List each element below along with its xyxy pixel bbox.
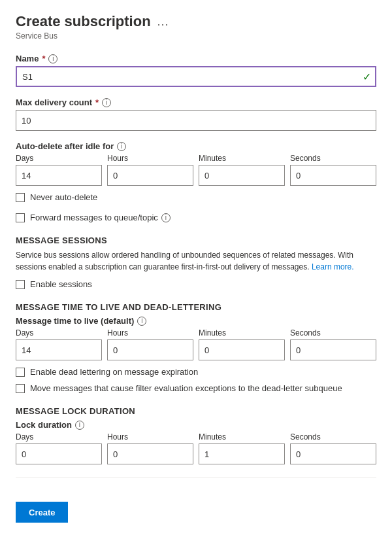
ttl-days-col: Days	[16, 328, 102, 360]
message-ttl-section: MESSAGE TIME TO LIVE AND DEAD-LETTERING …	[16, 302, 376, 393]
lock-duration-section: MESSAGE LOCK DURATION Lock duration i Da…	[16, 406, 376, 464]
message-sessions-description: Service bus sessions allow ordered handl…	[16, 249, 376, 273]
forward-messages-checkbox[interactable]	[16, 213, 25, 222]
enable-sessions-checkbox[interactable]	[16, 280, 25, 289]
lock-seconds-col: Seconds	[290, 432, 376, 464]
ellipsis-menu-icon[interactable]: ...	[157, 15, 169, 29]
lock-duration-grid: Days Hours Minutes Seconds	[16, 432, 376, 464]
filter-exception-row: Move messages that cause filter evaluati…	[16, 383, 376, 393]
forward-messages-label: Forward messages to queue/topic i	[30, 213, 171, 222]
auto-delete-seconds-input[interactable]	[290, 165, 376, 186]
name-section: Name * i ✓	[16, 54, 376, 87]
auto-delete-days-label: Days	[16, 154, 102, 163]
name-input[interactable]	[16, 66, 376, 87]
lock-hours-col: Hours	[107, 432, 193, 464]
max-delivery-count-input[interactable]	[16, 110, 376, 131]
enable-sessions-label: Enable sessions	[30, 279, 92, 289]
max-delivery-info-icon[interactable]: i	[102, 98, 111, 107]
page-subtitle: Service Bus	[16, 31, 376, 41]
auto-delete-hours-col: Hours	[107, 154, 193, 186]
auto-delete-label: Auto-delete after idle for i	[16, 141, 376, 151]
never-auto-delete-row: Never auto-delete	[16, 192, 376, 202]
auto-delete-minutes-label: Minutes	[199, 154, 285, 163]
auto-delete-seconds-col: Seconds	[290, 154, 376, 186]
lock-duration-info-icon[interactable]: i	[75, 421, 84, 430]
forward-messages-row: Forward messages to queue/topic i	[16, 213, 376, 222]
name-checkmark-icon: ✓	[363, 71, 371, 83]
ttl-days-label: Days	[16, 328, 102, 338]
auto-delete-hours-label: Hours	[107, 154, 193, 163]
name-label: Name * i	[16, 54, 376, 63]
ttl-field-label: Message time to live (default) i	[16, 316, 376, 326]
message-ttl-heading: MESSAGE TIME TO LIVE AND DEAD-LETTERING	[16, 302, 376, 312]
bottom-bar: Create	[16, 478, 376, 523]
name-info-icon[interactable]: i	[48, 54, 57, 63]
lock-minutes-label: Minutes	[199, 432, 285, 442]
lock-days-label: Days	[16, 432, 102, 442]
message-sessions-section: MESSAGE SESSIONS Service bus sessions al…	[16, 235, 376, 289]
dead-letter-label: Enable dead lettering on message expirat…	[30, 367, 198, 377]
create-button[interactable]: Create	[16, 502, 68, 523]
auto-delete-minutes-input[interactable]	[199, 165, 285, 186]
lock-seconds-input[interactable]	[290, 443, 376, 464]
filter-exception-label: Move messages that cause filter evaluati…	[30, 383, 342, 393]
ttl-grid: Days Hours Minutes Seconds	[16, 328, 376, 360]
ttl-seconds-label: Seconds	[290, 328, 376, 338]
ttl-info-icon[interactable]: i	[137, 317, 146, 326]
never-auto-delete-checkbox[interactable]	[16, 193, 25, 202]
dead-letter-row: Enable dead lettering on message expirat…	[16, 367, 376, 377]
auto-delete-minutes-col: Minutes	[199, 154, 285, 186]
forward-messages-info-icon[interactable]: i	[161, 213, 171, 222]
max-delivery-count-input-wrapper	[16, 110, 376, 131]
max-delivery-count-section: Max delivery count * i	[16, 97, 376, 131]
ttl-seconds-col: Seconds	[290, 328, 376, 360]
lock-duration-field-label: Lock duration i	[16, 420, 376, 430]
filter-exception-checkbox[interactable]	[16, 384, 25, 393]
ttl-days-input[interactable]	[16, 339, 102, 360]
lock-days-input[interactable]	[16, 443, 102, 464]
name-input-wrapper: ✓	[16, 66, 376, 87]
lock-days-col: Days	[16, 432, 102, 464]
dead-letter-checkbox[interactable]	[16, 368, 25, 377]
ttl-seconds-input[interactable]	[290, 339, 376, 360]
ttl-hours-input[interactable]	[107, 339, 193, 360]
lock-duration-heading: MESSAGE LOCK DURATION	[16, 406, 376, 416]
auto-delete-info-icon[interactable]: i	[117, 142, 126, 151]
auto-delete-section: Auto-delete after idle for i Days Hours …	[16, 141, 376, 202]
auto-delete-days-input[interactable]	[16, 165, 102, 186]
max-delivery-count-label: Max delivery count * i	[16, 97, 376, 107]
auto-delete-grid: Days Hours Minutes Seconds	[16, 154, 376, 186]
auto-delete-days-col: Days	[16, 154, 102, 186]
lock-seconds-label: Seconds	[290, 432, 376, 442]
lock-hours-input[interactable]	[107, 443, 193, 464]
auto-delete-seconds-label: Seconds	[290, 154, 376, 163]
message-sessions-learn-more-link[interactable]: Learn more.	[312, 262, 354, 271]
enable-sessions-row: Enable sessions	[16, 279, 376, 289]
lock-minutes-input[interactable]	[199, 443, 285, 464]
ttl-minutes-label: Minutes	[199, 328, 285, 338]
auto-delete-hours-input[interactable]	[107, 165, 193, 186]
ttl-minutes-input[interactable]	[199, 339, 285, 360]
ttl-hours-label: Hours	[107, 328, 193, 338]
name-required-star: *	[42, 54, 45, 63]
lock-minutes-col: Minutes	[199, 432, 285, 464]
message-sessions-heading: MESSAGE SESSIONS	[16, 235, 376, 245]
page-title: Create subscription	[16, 13, 151, 30]
ttl-hours-col: Hours	[107, 328, 193, 360]
never-auto-delete-label: Never auto-delete	[30, 192, 97, 202]
max-delivery-required-star: *	[95, 97, 99, 107]
lock-hours-label: Hours	[107, 432, 193, 442]
ttl-minutes-col: Minutes	[199, 328, 285, 360]
